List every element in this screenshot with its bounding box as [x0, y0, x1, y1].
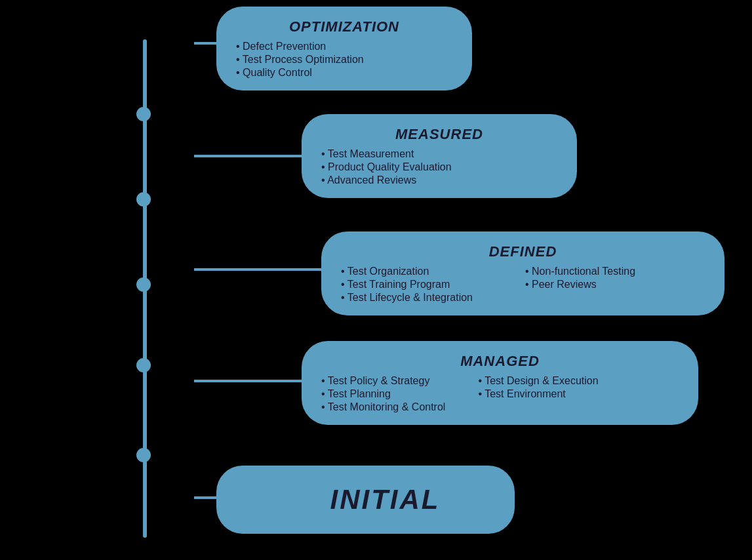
card-04-content: Test Measurement Product Quality Evaluat…	[321, 148, 557, 186]
card-02-col1: Test Policy & Strategy Test Planning Tes…	[321, 375, 445, 413]
card-05-item-3: Quality Control	[236, 67, 364, 79]
card-04-item-2: Product Quality Evaluation	[321, 161, 452, 173]
card-02-content: Test Policy & Strategy Test Planning Tes…	[321, 375, 679, 413]
step-number-02: 02	[157, 363, 195, 397]
timeline-dot-3	[136, 277, 151, 292]
card-02-item-5: Test Environment	[478, 388, 598, 400]
card-02-item-4: Test Design & Execution	[478, 375, 598, 387]
card-04-item-3: Advanced Reviews	[321, 174, 452, 186]
card-02-col2: Test Design & Execution Test Environment	[478, 375, 598, 413]
card-05-item-2: Test Process Optimization	[236, 54, 364, 66]
card-04-col1: Test Measurement Product Quality Evaluat…	[321, 148, 452, 186]
card-03-item-4: Non-functional Testing	[525, 266, 635, 277]
card-05-title: OPTIMIZATION	[236, 18, 452, 35]
card-05-item-1: Defect Prevention	[236, 41, 364, 52]
card-05-content: Defect Prevention Test Process Optimizat…	[236, 41, 452, 79]
timeline-dot-4	[136, 358, 151, 372]
card-measured: MEASURED Test Measurement Product Qualit…	[302, 114, 577, 198]
connector-02	[194, 380, 309, 382]
card-03-item-2: Test Training Program	[341, 279, 473, 290]
card-03-item-3: Test Lifecycle & Integration	[341, 292, 473, 304]
card-05-col1: Defect Prevention Test Process Optimizat…	[236, 41, 364, 79]
connector-04	[194, 155, 309, 157]
card-optimization: OPTIMIZATION Defect Prevention Test Proc…	[216, 7, 472, 90]
card-03-col2: Non-functional Testing Peer Reviews	[525, 266, 635, 304]
step-number-04: 04	[157, 138, 195, 172]
card-02-item-2: Test Planning	[321, 388, 445, 400]
step-number-03: 03	[157, 251, 195, 285]
timeline-dot-1	[136, 107, 151, 121]
card-04-item-1: Test Measurement	[321, 148, 452, 160]
timeline-dot-5	[136, 448, 151, 462]
card-defined: DEFINED Test Organization Test Training …	[321, 231, 724, 315]
card-02-title: MANAGED	[321, 353, 679, 370]
timeline-dot-2	[136, 192, 151, 207]
card-02-item-1: Test Policy & Strategy	[321, 375, 445, 387]
card-managed: MANAGED Test Policy & Strategy Test Plan…	[302, 341, 698, 425]
step-number-01: 01	[157, 479, 195, 513]
diagram-container: 05 04 03 02 01 OPTIMIZATION Defect Preve…	[0, 0, 752, 560]
connector-03	[194, 268, 329, 271]
card-01-title: INITIAL	[236, 477, 534, 522]
card-02-item-3: Test Monitoring & Control	[321, 401, 445, 413]
step-number-05: 05	[157, 25, 195, 59]
card-03-item-5: Peer Reviews	[525, 279, 635, 290]
card-03-content: Test Organization Test Training Program …	[341, 266, 705, 304]
card-03-item-1: Test Organization	[341, 266, 473, 277]
card-03-title: DEFINED	[341, 243, 705, 260]
card-04-title: MEASURED	[321, 126, 557, 143]
card-03-col1: Test Organization Test Training Program …	[341, 266, 473, 304]
card-initial: INITIAL	[216, 466, 515, 534]
